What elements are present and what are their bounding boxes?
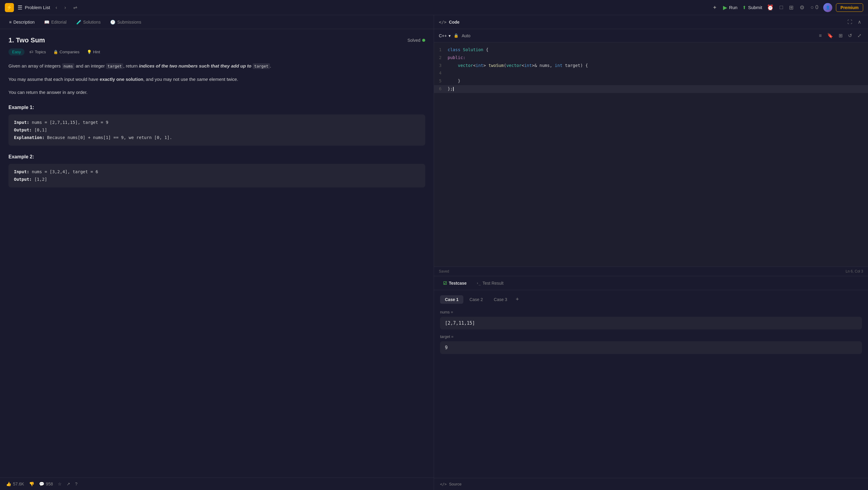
coins-button[interactable]: ○ 0 [809,3,819,12]
case-1-tab[interactable]: Case 1 [440,295,463,304]
auto-label: Auto [462,33,470,38]
solutions-tab-icon: 🧪 [76,20,82,25]
code-line-1: 1 class Solution { [434,46,868,54]
code-line-3: 3 vector<int> twoSum(vector<int>& nums, … [434,62,868,70]
chevron-down-icon: ▾ [448,33,451,38]
star-button[interactable]: ☆ [58,482,62,486]
main-layout: ≡ Description 📖 Editorial 🧪 Solutions 🕐 … [0,15,868,490]
comment-button[interactable]: 💬 958 [39,482,53,486]
target-input-value[interactable]: 9 [440,341,862,354]
companies-label: Companies [60,50,80,54]
nums-input-value[interactable]: [2,7,11,15] [440,317,862,329]
tab-solutions[interactable]: 🧪 Solutions [72,17,105,27]
case-2-tab[interactable]: Case 2 [465,295,488,304]
submit-button[interactable]: ⬆ Submit [742,5,763,10]
run-label: Run [729,5,738,10]
topics-icon: 🏷 [29,50,33,54]
like-button[interactable]: 👍 57.6K [6,482,24,486]
line-content-3: vector<int> twoSum(vector<int>& nums, in… [447,62,868,69]
undo-button[interactable]: ↺ [846,31,854,40]
shuffle-button[interactable]: ⇌ [71,3,79,11]
case-3-tab[interactable]: Case 3 [489,295,512,304]
solved-dot [422,39,425,42]
like-icon: 👍 [6,482,11,486]
avatar[interactable]: 👤 [823,3,832,12]
example-1-code: Input: nums = [2,7,11,15], target = 9 Ou… [8,114,425,146]
add-case-button[interactable]: + [513,295,522,304]
prev-problem-button[interactable]: ‹ [54,4,59,11]
example-1-title: Example 1: [8,105,425,110]
example-1-explanation: Explanation: Because nums[0] + nums[1] =… [14,134,420,141]
testcase-content: Case 1 Case 2 Case 3 + nums = [2,7,11,15… [434,290,868,478]
hint-icon: 💡 [87,50,92,54]
dislike-button[interactable]: 👎 [29,482,34,486]
fullscreen-button[interactable]: ⛶ [846,18,854,26]
testcase-tab-label: Testcase [449,281,467,286]
example-1-input: Input: nums = [2,7,11,15], target = 9 [14,119,420,126]
tab-description[interactable]: ≡ Description [5,17,39,27]
code-editor[interactable]: 1 class Solution { 2 public: 3 vector<in… [434,42,868,266]
line-content-4 [447,70,868,77]
problem-title: 1. Two Sum [8,36,45,44]
topics-tag[interactable]: 🏷 Topics [27,49,49,55]
difficulty-tag[interactable]: Easy [8,49,25,55]
example-2-title: Example 2: [8,154,425,160]
line-content-5: } [447,78,868,85]
dislike-icon: 👎 [29,482,34,486]
code-title-icon: </> [439,20,446,25]
help-button[interactable]: ? [75,482,78,486]
code-subheader: C++ ▾ 🔒 Auto ≡ 🔖 ⊞ ↺ ⤢ [434,29,868,42]
submissions-tab-icon: 🕐 [110,20,115,25]
editorial-tab-label: Editorial [51,20,67,25]
alarm-button[interactable]: ⏰ [766,3,775,12]
like-count: 57.6K [13,482,24,486]
target-code2: target [253,63,270,69]
right-panel: </> Code ⛶ ∧ C++ ▾ 🔒 Auto [434,15,868,490]
left-bottom-bar: 👍 57.6K 👎 💬 958 ☆ ↗ ? [0,478,434,490]
tab-submissions[interactable]: 🕐 Submissions [106,17,145,27]
line-number-2: 2 [434,54,447,61]
hint-tag[interactable]: 💡 Hint [85,49,102,55]
lock-auto-icon: 🔒 [454,33,459,38]
problem-list-nav: ☰ Problem List [18,4,50,11]
nums-input-label: nums = [440,310,862,314]
line-number-3: 3 [434,62,447,69]
testcase-tab-icon: ☑ [443,281,447,286]
testcase-tab[interactable]: ☑ Testcase [439,278,471,288]
bookmark-button[interactable]: 🔖 [825,31,835,40]
run-button[interactable]: ▶ Run [723,4,738,11]
code-header-right: ⛶ ∧ [846,18,863,26]
comment-count: 958 [46,482,53,486]
problem-title-row: 1. Two Sum Solved [8,36,425,44]
companies-tag[interactable]: 🔒 Companies [51,49,82,55]
format-button[interactable]: ≡ [817,31,824,40]
language-select[interactable]: C++ ▾ [439,33,451,38]
tab-editorial[interactable]: 📖 Editorial [40,17,71,27]
problem-note2: You can return the answer in any order. [8,88,425,96]
navbar: ⚡ ☰ Problem List ‹ › ⇌ ✦ ▶ Run ⬆ Submit … [0,0,868,15]
navbar-right: ⏰ □ ⊞ ⚙ ○ 0 👤 Premium [766,3,863,12]
notes-button[interactable]: □ [778,3,784,12]
premium-button[interactable]: Premium [836,3,863,12]
comment-icon: 💬 [39,482,44,486]
settings-button[interactable]: ⚙ [798,3,806,12]
expand-button[interactable]: ⤢ [856,31,863,40]
collapse-button[interactable]: ∧ [856,18,863,26]
ai-button[interactable]: ✦ [711,3,718,12]
example-2-code: Input: nums = [3,2,4], target = 6 Output… [8,164,425,188]
code-section: </> Code ⛶ ∧ C++ ▾ 🔒 Auto [434,15,868,276]
example-2-output: Output: [1,2] [14,176,420,183]
settings2-button[interactable]: ⊞ [837,31,844,40]
share-button[interactable]: ↗ [67,482,70,486]
solved-label: Solved [407,38,421,43]
code-footer: Saved Ln 6, Col 3 [434,266,868,276]
test-result-tab[interactable]: ›_ Test Result [472,278,508,288]
next-problem-button[interactable]: › [63,4,68,11]
navbar-center: ✦ ▶ Run ⬆ Submit [711,3,762,12]
left-panel: ≡ Description 📖 Editorial 🧪 Solutions 🕐 … [0,15,434,490]
description-tab-icon: ≡ [9,20,11,25]
logo[interactable]: ⚡ [5,3,14,12]
code-line-6: 6 }; [434,85,868,93]
problem-list-label[interactable]: Problem List [25,5,50,10]
layout-button[interactable]: ⊞ [788,3,795,12]
